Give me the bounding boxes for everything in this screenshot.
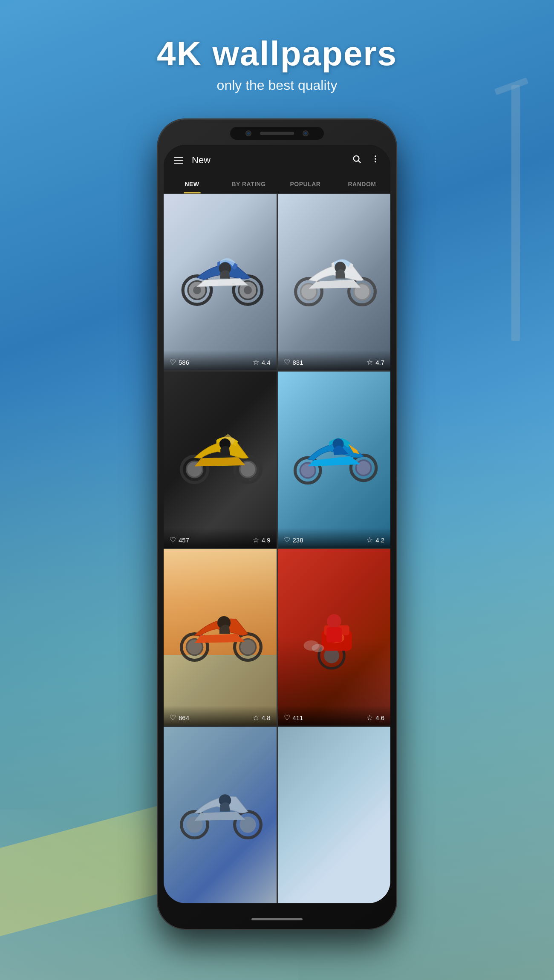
heart-icon-5: ♡ <box>170 714 176 721</box>
topbar-right <box>352 154 380 166</box>
like-count-5: 864 <box>179 714 189 721</box>
svg-point-2 <box>375 156 376 157</box>
wallpaper-bg-8 <box>278 727 391 903</box>
motorcycle-illustration-1 <box>169 211 271 344</box>
phone-body: New <box>158 119 396 929</box>
phone-mockup: New <box>158 119 396 929</box>
more-options-icon[interactable] <box>371 154 380 166</box>
svg-point-0 <box>354 156 359 161</box>
svg-point-3 <box>375 158 376 160</box>
svg-point-10 <box>244 286 252 294</box>
app-container: New <box>164 145 390 903</box>
header: 4K wallpapers only the best quality <box>0 34 554 93</box>
app-tagline-title: 4K wallpapers <box>0 34 554 73</box>
rating-group-3: ☆ 4.9 <box>253 536 271 544</box>
search-icon[interactable] <box>352 154 361 166</box>
rating-group-5: ☆ 4.8 <box>253 714 271 721</box>
heart-icon-4: ♡ <box>284 536 290 544</box>
rating-group-4: ☆ 4.2 <box>366 536 384 544</box>
rating-count-3: 4.9 <box>262 536 271 544</box>
like-count-6: 411 <box>293 714 303 721</box>
tab-popular[interactable]: POPULAR <box>277 174 334 193</box>
tab-new[interactable]: NEW <box>164 174 220 193</box>
rating-group-1: ☆ 4.4 <box>253 359 271 366</box>
star-icon-4: ☆ <box>366 536 373 544</box>
phone-home-bar <box>251 918 303 920</box>
svg-point-37 <box>327 614 341 628</box>
motorcycle-illustration-6 <box>283 567 385 699</box>
phone-camera-right <box>303 130 309 136</box>
rating-count-4: 4.2 <box>375 536 384 544</box>
tab-random[interactable]: RANDOM <box>334 174 390 193</box>
topbar-left: New <box>174 155 211 166</box>
wallpaper-item-2[interactable]: ♡ 831 ☆ 4.7 <box>278 194 391 370</box>
hamburger-line-1 <box>174 157 183 158</box>
svg-rect-38 <box>326 628 342 643</box>
item-stats-4: ♡ 238 ☆ 4.2 <box>278 528 391 548</box>
like-group-5: ♡ 864 <box>170 714 189 721</box>
star-icon-5: ☆ <box>253 714 259 721</box>
wallpaper-item-8[interactable] <box>278 727 391 903</box>
like-group-4: ♡ 238 <box>284 536 303 544</box>
app-topbar: New <box>164 145 390 174</box>
heart-icon-6: ♡ <box>284 714 290 721</box>
svg-point-7 <box>193 286 201 294</box>
rating-count-6: 4.6 <box>375 714 384 721</box>
wallpaper-grid: ♡ 586 ☆ 4.4 <box>164 194 390 903</box>
like-group-3: ♡ 457 <box>170 536 189 544</box>
wallpaper-item-4[interactable]: ♡ 238 ☆ 4.2 <box>278 372 391 548</box>
like-count-1: 586 <box>179 359 189 366</box>
motorcycle-illustration-4 <box>283 389 385 522</box>
item-stats-2: ♡ 831 ☆ 4.7 <box>278 350 391 370</box>
background-light-pole <box>511 85 520 341</box>
heart-icon-3: ♡ <box>170 536 176 544</box>
app-screen-title: New <box>192 155 211 166</box>
wallpaper-item-5[interactable]: ♡ 864 ☆ 4.8 <box>164 549 277 726</box>
heart-icon-2: ♡ <box>284 359 290 366</box>
star-icon-1: ☆ <box>253 359 259 366</box>
hamburger-menu-button[interactable] <box>174 157 183 164</box>
item-stats-6: ♡ 411 ☆ 4.6 <box>278 706 391 726</box>
svg-point-40 <box>303 640 319 651</box>
wallpaper-item-7[interactable] <box>164 727 277 903</box>
star-icon-3: ☆ <box>253 536 259 544</box>
motorcycle-illustration-2 <box>283 211 385 344</box>
like-group-2: ♡ 831 <box>284 359 303 366</box>
rating-group-2: ☆ 4.7 <box>366 359 384 366</box>
like-count-2: 831 <box>293 359 303 366</box>
app-tagline-subtitle: only the best quality <box>0 78 554 93</box>
rating-count-1: 4.4 <box>262 359 271 366</box>
rating-count-2: 4.7 <box>375 359 384 366</box>
tab-bar: NEW BY RATING POPULAR RANDOM <box>164 174 390 194</box>
wallpaper-item-3[interactable]: ♡ 457 ☆ 4.9 <box>164 372 277 548</box>
like-count-4: 238 <box>293 536 303 544</box>
svg-line-1 <box>358 161 361 163</box>
rating-count-5: 4.8 <box>262 714 271 721</box>
item-stats-3: ♡ 457 ☆ 4.9 <box>164 528 277 548</box>
star-icon-6: ☆ <box>366 714 373 721</box>
motorcycle-illustration-3 <box>169 389 271 522</box>
star-icon-2: ☆ <box>366 359 373 366</box>
wallpaper-item-6[interactable]: ♡ 411 ☆ 4.6 <box>278 549 391 726</box>
motorcycle-illustration-5 <box>169 567 271 699</box>
phone-top-bar <box>230 127 324 140</box>
item-stats-1: ♡ 586 ☆ 4.4 <box>164 350 277 370</box>
like-group-1: ♡ 586 <box>170 359 189 366</box>
phone-screen: New <box>164 145 390 903</box>
hamburger-line-2 <box>174 160 183 161</box>
tab-by-rating[interactable]: BY RATING <box>220 174 277 193</box>
phone-camera-left <box>245 130 251 136</box>
heart-icon-1: ♡ <box>170 359 176 366</box>
wallpaper-item-1[interactable]: ♡ 586 ☆ 4.4 <box>164 194 277 370</box>
svg-point-4 <box>375 161 376 163</box>
like-count-3: 457 <box>179 536 189 544</box>
hamburger-line-3 <box>174 163 183 164</box>
item-stats-5: ♡ 864 ☆ 4.8 <box>164 706 277 726</box>
phone-speaker <box>260 132 294 135</box>
like-group-6: ♡ 411 <box>284 714 303 721</box>
rating-group-6: ☆ 4.6 <box>366 714 384 721</box>
motorcycle-illustration-7 <box>169 744 271 877</box>
